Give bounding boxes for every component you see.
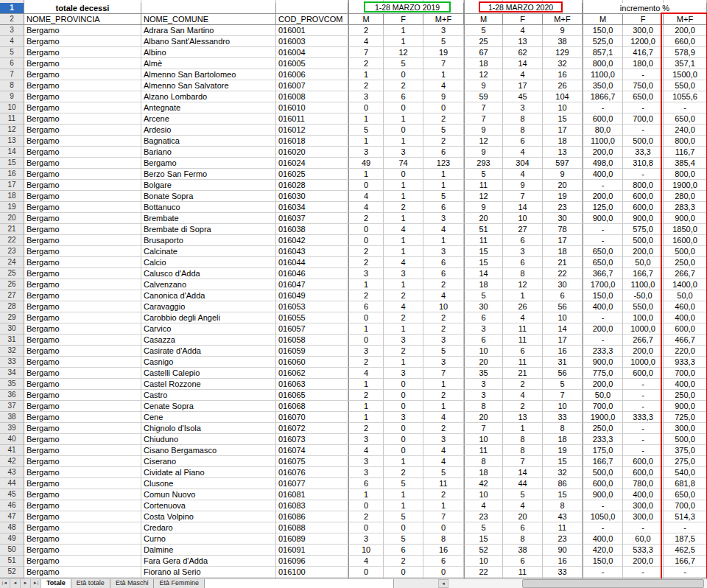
cell-value[interactable]: 6 [464, 335, 503, 346]
cell-value[interactable]: 27 [503, 224, 543, 235]
cell-value[interactable]: 10 [464, 346, 503, 357]
row-header[interactable]: 31 [0, 335, 24, 346]
cell-value[interactable]: 44 [503, 478, 543, 489]
cell-value[interactable]: 19 [423, 47, 464, 58]
cell-value[interactable]: 4 [384, 257, 423, 268]
cell-value[interactable]: 20 [464, 213, 503, 224]
cell-value[interactable]: 400,0 [583, 533, 623, 545]
cell-value[interactable]: 1 [384, 323, 423, 335]
cell-value[interactable]: 266,7 [664, 268, 707, 279]
cell-value[interactable]: 6 [464, 312, 503, 323]
cell-value[interactable]: 650,0 [664, 113, 707, 125]
cell-value[interactable]: 1 [423, 379, 464, 390]
cell-value[interactable]: 2 [348, 80, 384, 91]
cell-value[interactable]: 1 [348, 489, 384, 500]
cell-value[interactable]: 3 [464, 323, 503, 335]
cell-value[interactable]: 5 [423, 36, 464, 47]
cell-value[interactable]: 1050,0 [583, 511, 623, 522]
cell-value[interactable]: - [583, 500, 623, 511]
cell-value[interactable]: 8 [464, 401, 503, 412]
cell-comune[interactable]: Adrara San Martino [141, 25, 276, 36]
cell-provincia[interactable]: Bergamo [24, 556, 141, 567]
cell-value[interactable]: 0 [423, 567, 464, 578]
cell-value[interactable]: - [583, 224, 623, 235]
cell-value[interactable]: 2 [503, 401, 543, 412]
cell-provincia[interactable]: Bergamo [24, 147, 141, 158]
row-header[interactable]: 6 [0, 58, 24, 69]
cell-value[interactable]: 180,0 [623, 58, 664, 69]
cell-value[interactable]: 500,0 [623, 136, 664, 147]
cell-value[interactable]: 466,7 [664, 335, 707, 346]
cell-provincia[interactable]: Bergamo [24, 401, 141, 412]
cell-value[interactable]: 74 [384, 158, 423, 169]
cell-value[interactable]: 1 [348, 323, 384, 335]
cell-value[interactable]: 5 [464, 25, 503, 36]
cell-value[interactable]: 10 [543, 401, 583, 412]
row-header[interactable]: 12 [0, 125, 24, 136]
cell-value[interactable]: 7 [503, 191, 543, 202]
cell-provincia[interactable]: Bergamo [24, 102, 141, 113]
cell-cod[interactable]: 016055 [276, 312, 348, 323]
cell-value[interactable]: 4 [348, 202, 384, 213]
cell-value[interactable]: 1 [384, 36, 423, 47]
cell-value[interactable]: 20 [464, 357, 503, 368]
cell-value[interactable]: 900,0 [583, 213, 623, 224]
cell-value[interactable]: 775,0 [583, 368, 623, 379]
cell-value[interactable]: 2 [384, 346, 423, 357]
row-header[interactable]: 26 [0, 279, 24, 290]
cell-value[interactable]: 300,0 [664, 423, 707, 434]
cell-value[interactable]: 8 [543, 500, 583, 511]
cell-value[interactable]: 1 [384, 357, 423, 368]
cell-value[interactable]: 14 [503, 467, 543, 478]
cell-value[interactable]: 8 [503, 434, 543, 445]
cell-comune[interactable]: Canonica d'Adda [141, 290, 276, 301]
cell-value[interactable]: - [664, 102, 707, 113]
cell-value[interactable]: 38 [543, 36, 583, 47]
cell-value[interactable]: 16 [543, 346, 583, 357]
cell-comune[interactable]: Brusaporto [141, 235, 276, 246]
cell-value[interactable]: 20 [503, 511, 543, 522]
cell-value[interactable]: 1 [348, 401, 384, 412]
cell-value[interactable]: 220,0 [664, 346, 707, 357]
cell-cod[interactable]: 016060 [276, 357, 348, 368]
cell-cod[interactable]: 016073 [276, 434, 348, 445]
cell-value[interactable]: 59 [464, 91, 503, 102]
tab-totale[interactable]: Totale [41, 579, 71, 588]
cell-value[interactable]: 1 [384, 235, 423, 246]
cell-cod[interactable]: 016012 [276, 125, 348, 136]
row-header[interactable]: 17 [0, 180, 24, 191]
cell-comune[interactable]: Calusco d'Adda [141, 268, 276, 279]
row-header[interactable]: 32 [0, 346, 24, 357]
header-m-2019[interactable]: M [348, 14, 384, 25]
increment-header-cell[interactable]: incremento % [583, 3, 707, 14]
cell-value[interactable]: 62 [503, 47, 543, 58]
cell-value[interactable]: 4 [503, 169, 543, 180]
cell-cod[interactable]: 016070 [276, 412, 348, 423]
row-header[interactable]: 41 [0, 445, 24, 456]
cell-value[interactable]: 23 [543, 202, 583, 213]
cell-provincia[interactable]: Bergamo [24, 357, 141, 368]
cell-value[interactable]: 12 [464, 136, 503, 147]
cell-cod[interactable]: 016006 [276, 69, 348, 80]
cell-value[interactable]: 375,0 [664, 445, 707, 456]
cell-value[interactable]: 2 [384, 556, 423, 567]
cell-value[interactable]: 3 [423, 25, 464, 36]
cell-value[interactable]: 385,4 [664, 158, 707, 169]
cell-cod[interactable]: 016100 [276, 567, 348, 578]
cell-value[interactable]: 18 [464, 279, 503, 290]
cell-value[interactable]: 200,0 [583, 191, 623, 202]
cell-comune[interactable]: Calvenzano [141, 279, 276, 290]
cell-value[interactable]: 460,0 [664, 301, 707, 312]
cell-value[interactable]: 9 [464, 80, 503, 91]
cell-value[interactable]: 5 [384, 478, 423, 489]
cell-value[interactable]: 578,9 [664, 47, 707, 58]
row-header[interactable]: 51 [0, 556, 24, 567]
cell-value[interactable]: 600,0 [664, 323, 707, 335]
cell-value[interactable]: 2 [423, 390, 464, 401]
cell-value[interactable]: 11 [543, 522, 583, 533]
cell-value[interactable]: 0 [384, 390, 423, 401]
row-header[interactable]: 46 [0, 500, 24, 511]
cell-value[interactable]: 150,0 [583, 290, 623, 301]
cell-value[interactable]: 3 [348, 147, 384, 158]
cell-value[interactable]: 11 [503, 335, 543, 346]
